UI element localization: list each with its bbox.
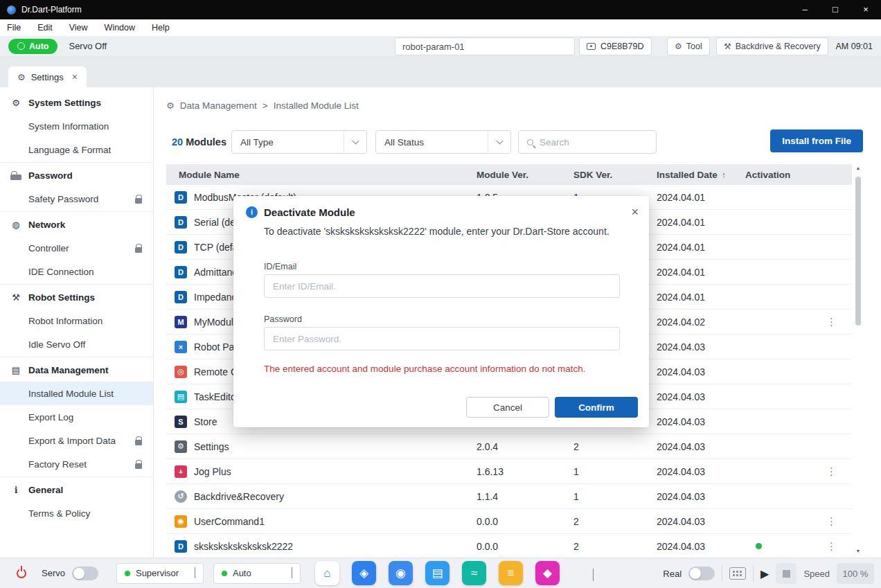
- sidebar-item-label: IDE Connection: [28, 267, 94, 277]
- app-logo-icon: [7, 6, 16, 15]
- sidebar-item-installed-module-list[interactable]: Installed Module List: [0, 382, 153, 405]
- vertical-scrollbar[interactable]: ▲ ▼: [855, 166, 862, 553]
- chevron-down-icon: [496, 138, 503, 145]
- dart-ide-app[interactable]: ◈: [352, 561, 376, 585]
- backdrive-recovery-button[interactable]: ⚒ Backdrive & Recovery: [716, 37, 828, 55]
- sidebar-item-terms-policy[interactable]: Terms & Policy: [0, 501, 153, 525]
- store-app[interactable]: ◆: [535, 561, 560, 585]
- module-version: 1.1.4: [477, 491, 573, 502]
- menu-window[interactable]: Window: [105, 23, 135, 33]
- controller-serial-badge[interactable]: C9E8B79D: [579, 37, 652, 55]
- lock-icon: [135, 198, 142, 204]
- status-filter-dropdown[interactable]: All Status: [375, 130, 511, 154]
- monitoring-app[interactable]: ≈: [462, 561, 486, 585]
- menu-view[interactable]: View: [69, 23, 88, 33]
- menu-edit[interactable]: Edit: [37, 23, 53, 33]
- sidebar-section-network[interactable]: ◍Network: [0, 213, 153, 236]
- sidebar-item-idle-servo-off[interactable]: Idle Servo Off: [0, 332, 153, 356]
- sidebar-item-robot-information[interactable]: Robot Information: [0, 309, 153, 332]
- auto-mode-badge[interactable]: Auto: [8, 39, 57, 54]
- menu-help[interactable]: Help: [152, 23, 170, 33]
- row-menu-button[interactable]: ⋮: [826, 515, 837, 528]
- cancel-button[interactable]: Cancel: [466, 397, 549, 418]
- scroll-up-arrow[interactable]: ▲: [855, 166, 862, 170]
- role-dropdown[interactable]: Supervisor: [116, 563, 204, 584]
- servo-label: Servo: [42, 568, 65, 578]
- dialog-close-icon[interactable]: ×: [631, 206, 639, 218]
- sidebar-section-system-settings[interactable]: ⚙System Settings: [0, 91, 153, 114]
- scroll-down-arrow[interactable]: ▼: [855, 549, 862, 553]
- search-box[interactable]: [518, 130, 657, 154]
- servo-toggle[interactable]: [72, 567, 98, 580]
- sidebar-section-robot-settings[interactable]: ⚒Robot Settings: [0, 285, 153, 309]
- table-row-settings[interactable]: ⚙Settings2.0.422024.04.03: [166, 434, 852, 459]
- col-installed-date[interactable]: Installed Date↑: [657, 170, 745, 180]
- speed-value[interactable]: 100 %: [837, 563, 874, 584]
- row-menu-button[interactable]: ⋮: [826, 540, 837, 553]
- stop-button[interactable]: [776, 563, 797, 584]
- real-toggle[interactable]: [688, 567, 715, 580]
- tool-button[interactable]: ⚙ Tool: [667, 37, 710, 55]
- table-row-backdrive-recovery[interactable]: ↺Backdrive&Recovery1.1.412024.04.03: [166, 484, 852, 509]
- module-version: 0.0.0: [477, 541, 573, 552]
- id-email-field[interactable]: [264, 274, 620, 298]
- module-name: sksksksksksksksk2222: [194, 541, 293, 552]
- col-sdk-ver[interactable]: SDK Ver.: [573, 170, 657, 180]
- col-module-ver[interactable]: Module Ver.: [477, 170, 573, 180]
- deactivate-module-dialog: i Deactivate Module × To deactivate 'sks…: [233, 196, 649, 427]
- installed-date: 2024.04.03: [657, 541, 745, 552]
- dock-expand-button[interactable]: [593, 569, 594, 582]
- sidebar-section-data-management[interactable]: ▤Data Management: [0, 358, 153, 382]
- row-menu-button[interactable]: ⋮: [826, 465, 837, 478]
- maximize-button[interactable]: □: [820, 0, 851, 19]
- sidebar-item-export-log[interactable]: Export Log: [0, 405, 153, 429]
- module-icon: D: [175, 241, 187, 253]
- doc-icon: ▤: [10, 365, 21, 375]
- password-field[interactable]: [264, 327, 620, 350]
- robot-param-field[interactable]: [395, 37, 575, 55]
- jog-app[interactable]: ◉: [389, 561, 413, 585]
- status-dot-icon: [222, 571, 227, 576]
- app-dock: ⌂◈◉▤≈≡◆: [315, 561, 560, 585]
- minimize-button[interactable]: –: [790, 0, 820, 19]
- tab-settings[interactable]: ⚙ Settings ×: [8, 66, 87, 87]
- table-row-usercommand1[interactable]: ◉UserCommand10.0.022024.04.03⋮: [166, 509, 852, 534]
- sidebar-item-safety-password[interactable]: Safety Password: [0, 187, 153, 211]
- log-app-icon: ≡: [508, 567, 515, 580]
- row-menu-button[interactable]: ⋮: [826, 316, 837, 328]
- power-ring-icon: [17, 42, 25, 50]
- lock-icon: [135, 440, 142, 445]
- breadcrumb: ⚙ Data Management > Installed Module Lis…: [166, 100, 359, 111]
- menu-file[interactable]: File: [7, 23, 21, 33]
- sidebar-section-general[interactable]: ℹGeneral: [0, 478, 153, 501]
- type-filter-dropdown[interactable]: All Type: [231, 130, 367, 154]
- virtual-keyboard-icon[interactable]: [729, 567, 746, 580]
- confirm-button[interactable]: Confirm: [555, 397, 638, 418]
- manual-app[interactable]: ▤: [425, 561, 450, 585]
- home-app[interactable]: ⌂: [315, 561, 339, 585]
- installed-date: 2024.04.03: [657, 366, 745, 377]
- sidebar-section-password[interactable]: Password: [0, 163, 153, 187]
- table-row-sksksksksksksksk2222[interactable]: Dsksksksksksksksk22220.0.022024.04.03⋮: [166, 534, 852, 558]
- tab-close-icon[interactable]: ×: [72, 71, 78, 82]
- mode-dropdown[interactable]: Auto: [213, 563, 301, 584]
- play-button[interactable]: ▶: [760, 567, 769, 580]
- servo-power-button[interactable]: [10, 563, 33, 584]
- col-module-name[interactable]: Module Name: [166, 170, 477, 180]
- active-dot-icon: [756, 543, 762, 549]
- close-button[interactable]: ×: [851, 0, 881, 19]
- install-from-file-button[interactable]: Install from File: [770, 130, 863, 152]
- gear-icon: ⚙: [17, 72, 26, 82]
- sidebar-item-export-import-data[interactable]: Export & Import Data: [0, 429, 153, 452]
- sidebar-item-language-format[interactable]: Language & Format: [0, 138, 153, 161]
- scroll-thumb[interactable]: [855, 177, 861, 326]
- sidebar-item-factory-reset[interactable]: Factory Reset: [0, 452, 153, 476]
- sidebar-item-system-information[interactable]: System Information: [0, 114, 153, 138]
- sidebar-item-ide-connection[interactable]: IDE Connection: [0, 260, 153, 283]
- log-app[interactable]: ≡: [499, 561, 523, 585]
- col-activation[interactable]: Activation: [745, 170, 852, 180]
- gear-icon: ⚙: [10, 98, 21, 108]
- table-row-jog-plus[interactable]: +Jog Plus1.6.1312024.04.03⋮: [166, 459, 852, 484]
- search-input[interactable]: [540, 137, 637, 148]
- sidebar-item-controller[interactable]: Controller: [0, 236, 153, 260]
